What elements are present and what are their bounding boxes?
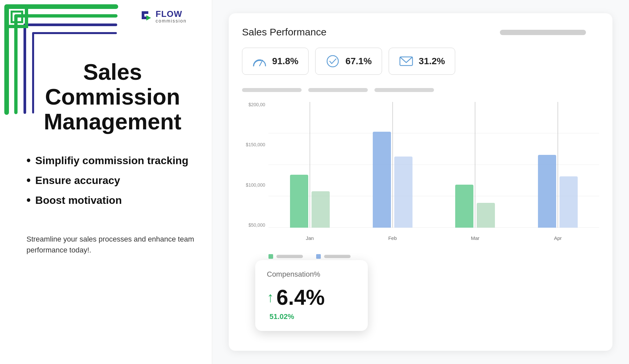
ph-bar-2: [308, 88, 368, 92]
main-title: Sales Commission Management: [26, 60, 199, 134]
envelope-icon: [399, 54, 413, 68]
chart-bars: [268, 102, 599, 228]
kpi-card-3: 31.2%: [389, 48, 455, 75]
bar-group-apr: [516, 102, 599, 228]
x-label-mar: Mar: [434, 235, 517, 241]
placeholder-row: [242, 88, 599, 92]
left-content: Sales Commission Management Simplifiy co…: [26, 60, 199, 255]
compensation-card: Compensation% ↑ 6.4% 51.02%: [255, 260, 368, 331]
list-item-3: Boost motivation: [26, 193, 199, 207]
svg-point-5: [327, 56, 338, 67]
svg-marker-3: [146, 15, 151, 21]
logo-text: FLOW commission: [156, 10, 187, 23]
bar-jan-green: [290, 175, 308, 228]
x-label-feb: Feb: [351, 235, 434, 241]
legend-blue: [316, 254, 351, 259]
dashboard-container: Sales Performance 91.8%: [229, 13, 612, 351]
legend-row: [242, 254, 599, 259]
kpi-value-1: 91.8%: [272, 56, 298, 67]
ph-bar-1: [242, 88, 302, 92]
bar-group-feb: [351, 102, 434, 228]
svg-line-4: [260, 60, 263, 66]
y-label-3: $150,000: [242, 142, 265, 147]
bar-feb-blue-light: [394, 157, 412, 228]
comp-title: Compensation%: [267, 270, 356, 279]
comp-value: 6.4%: [276, 285, 325, 310]
legend-bar-green: [276, 255, 303, 258]
comp-arrow: ↑: [267, 290, 274, 305]
bar-mar-green-light: [477, 203, 495, 228]
logo-brand: FLOW: [156, 10, 187, 18]
y-label-1: $50,000: [242, 222, 265, 228]
y-axis: $50,000 $100,000 $150,000 $200,00: [242, 102, 265, 228]
comp-value-row: ↑ 6.4%: [267, 285, 356, 310]
logo-sub: commission: [156, 18, 187, 23]
speedometer-icon: [252, 54, 267, 68]
comp-sub-value: 51.02%: [269, 312, 356, 321]
list-item-2: Ensure accuracy: [26, 173, 199, 187]
logo-area: FLOW commission: [139, 9, 187, 24]
flow-icon: [139, 9, 154, 24]
x-label-apr: Apr: [516, 235, 599, 241]
bar-apr-blue: [538, 155, 556, 228]
kpi-card-2: 67.1%: [315, 48, 382, 75]
legend-bar-blue: [324, 255, 351, 258]
left-panel: FLOW commission Sales Commission Managem…: [0, 0, 212, 364]
kpi-card-1: 91.8%: [242, 48, 309, 75]
feature-list: Simplifiy commission tracking Ensure acc…: [26, 154, 199, 207]
title-placeholder-bar: [500, 30, 586, 35]
list-item-1: Simplifiy commission tracking: [26, 154, 199, 167]
bar-feb-blue: [373, 132, 391, 228]
bar-jan-green-light: [312, 191, 330, 228]
flow-logo: FLOW commission: [139, 9, 187, 24]
kpi-row: 91.8% 67.1% 31.2%: [242, 48, 599, 75]
y-label-2: $100,000: [242, 182, 265, 188]
legend-dot-green: [268, 254, 273, 259]
kpi-value-3: 31.2%: [419, 56, 445, 67]
bar-group-jan: [268, 102, 351, 228]
check-circle-icon: [325, 54, 340, 68]
kpi-value-2: 67.1%: [345, 56, 371, 67]
ph-bar-3: [374, 88, 434, 92]
subtitle-text: Streamline your sales processes and enha…: [26, 234, 199, 255]
bar-mar-green: [455, 185, 473, 228]
x-labels: Jan Feb Mar Apr: [268, 235, 599, 241]
legend-green: [268, 254, 303, 259]
chart-area: $50,000 $100,000 $150,000 $200,00: [242, 102, 599, 248]
legend-dot-blue: [316, 254, 321, 259]
y-label-4: $200,00: [242, 102, 265, 107]
x-label-jan: Jan: [268, 235, 351, 241]
bar-apr-blue-light: [559, 176, 578, 228]
bar-group-mar: [434, 102, 517, 228]
right-panel: Sales Performance 91.8%: [212, 0, 629, 364]
